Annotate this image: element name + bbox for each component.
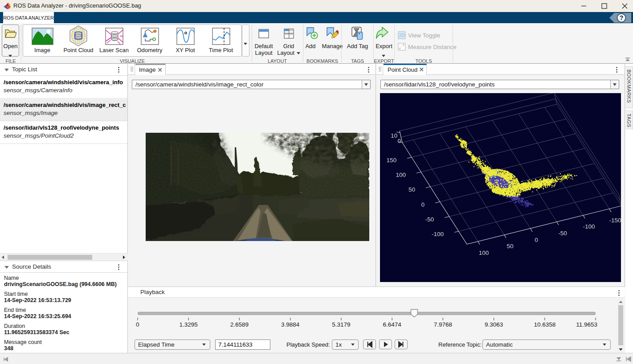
svg-text:11.9653: 11.9653 xyxy=(576,321,597,328)
svg-text:-150: -150 xyxy=(609,217,621,224)
svg-text:10: 10 xyxy=(391,132,397,139)
svg-text:0: 0 xyxy=(535,237,538,243)
svg-text:9.3063: 9.3063 xyxy=(485,321,503,328)
svg-text:-50: -50 xyxy=(558,230,567,237)
svg-text:1.3295: 1.3295 xyxy=(180,321,198,328)
svg-text:100: 100 xyxy=(396,172,406,178)
svg-text:50: 50 xyxy=(408,186,415,193)
svg-text:150: 150 xyxy=(386,157,396,164)
svg-text:2.6589: 2.6589 xyxy=(230,321,249,328)
svg-text:0: 0 xyxy=(397,138,401,144)
svg-text:-50: -50 xyxy=(425,216,434,223)
svg-text:7.9768: 7.9768 xyxy=(434,321,452,328)
svg-text:2D: 2D xyxy=(399,33,405,38)
svg-text:10.6358: 10.6358 xyxy=(534,321,555,328)
svg-text:3.9884: 3.9884 xyxy=(281,321,300,328)
svg-text:5.3179: 5.3179 xyxy=(332,321,350,328)
svg-text:0: 0 xyxy=(136,321,139,328)
svg-text:50: 50 xyxy=(506,243,513,249)
svg-text:-100: -100 xyxy=(432,231,444,237)
svg-text:?: ? xyxy=(620,14,624,21)
svg-text:100: 100 xyxy=(479,249,489,256)
svg-text:0: 0 xyxy=(421,201,425,208)
svg-text:-100: -100 xyxy=(583,223,595,230)
svg-text:6.6474: 6.6474 xyxy=(383,321,401,328)
